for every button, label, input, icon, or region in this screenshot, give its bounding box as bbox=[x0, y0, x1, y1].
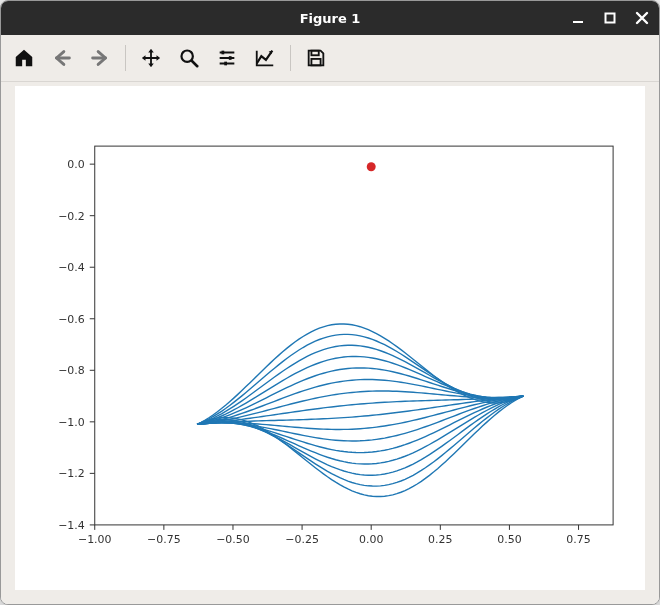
maximize-icon bbox=[604, 12, 616, 24]
close-icon bbox=[635, 11, 649, 25]
forward-arrow-icon bbox=[89, 47, 111, 69]
svg-rect-0 bbox=[573, 21, 583, 23]
figure-canvas[interactable]: −1.00−0.75−0.50−0.250.000.250.500.750.0−… bbox=[15, 86, 645, 590]
home-button[interactable] bbox=[7, 41, 41, 75]
window-title: Figure 1 bbox=[300, 11, 361, 26]
ytick-label: −0.6 bbox=[58, 313, 85, 326]
xtick-label: 0.25 bbox=[428, 533, 452, 546]
toolbar bbox=[1, 35, 659, 82]
back-arrow-icon bbox=[51, 47, 73, 69]
svg-rect-6 bbox=[311, 51, 318, 56]
svg-rect-1 bbox=[606, 14, 615, 23]
move-icon bbox=[140, 47, 162, 69]
app-window: Figure 1 bbox=[0, 0, 660, 605]
ytick-label: −1.0 bbox=[58, 416, 85, 429]
xtick-label: 0.00 bbox=[359, 533, 383, 546]
forward-button[interactable] bbox=[83, 41, 117, 75]
xtick-label: −0.50 bbox=[216, 533, 250, 546]
close-button[interactable] bbox=[633, 9, 651, 27]
toolbar-separator bbox=[125, 45, 126, 71]
xtick-label: −0.25 bbox=[285, 533, 319, 546]
zoom-button[interactable] bbox=[172, 41, 206, 75]
ytick-label: −1.4 bbox=[58, 519, 85, 532]
back-button[interactable] bbox=[45, 41, 79, 75]
home-icon bbox=[13, 47, 35, 69]
ytick-label: −1.2 bbox=[58, 467, 85, 480]
edit-axes-button[interactable] bbox=[248, 41, 282, 75]
xtick-label: −0.75 bbox=[147, 533, 181, 546]
chart-edit-icon bbox=[254, 47, 276, 69]
ytick-label: −0.8 bbox=[58, 364, 85, 377]
window-controls bbox=[569, 1, 651, 35]
xtick-label: 0.50 bbox=[497, 533, 521, 546]
titlebar: Figure 1 bbox=[1, 1, 659, 35]
configure-subplots-button[interactable] bbox=[210, 41, 244, 75]
ytick-label: 0.0 bbox=[67, 158, 84, 171]
minimize-icon bbox=[571, 11, 585, 25]
toolbar-separator bbox=[290, 45, 291, 71]
ytick-label: −0.4 bbox=[58, 261, 85, 274]
xtick-label: 0.75 bbox=[566, 533, 590, 546]
maximize-button[interactable] bbox=[601, 9, 619, 27]
svg-rect-4 bbox=[229, 56, 232, 60]
save-button[interactable] bbox=[299, 41, 333, 75]
sliders-icon bbox=[216, 47, 238, 69]
svg-rect-3 bbox=[222, 51, 225, 55]
plot-area: −1.00−0.75−0.50−0.250.000.250.500.750.0−… bbox=[1, 82, 659, 604]
ytick-label: −0.2 bbox=[58, 210, 85, 223]
svg-rect-7 bbox=[311, 59, 320, 65]
xtick-label: −1.00 bbox=[78, 533, 112, 546]
zoom-icon bbox=[178, 47, 200, 69]
minimize-button[interactable] bbox=[569, 9, 587, 27]
pan-button[interactable] bbox=[134, 41, 168, 75]
axes: −1.00−0.75−0.50−0.250.000.250.500.750.0−… bbox=[15, 86, 645, 590]
marker-point bbox=[367, 162, 376, 171]
svg-rect-5 bbox=[224, 62, 227, 66]
save-icon bbox=[305, 47, 327, 69]
